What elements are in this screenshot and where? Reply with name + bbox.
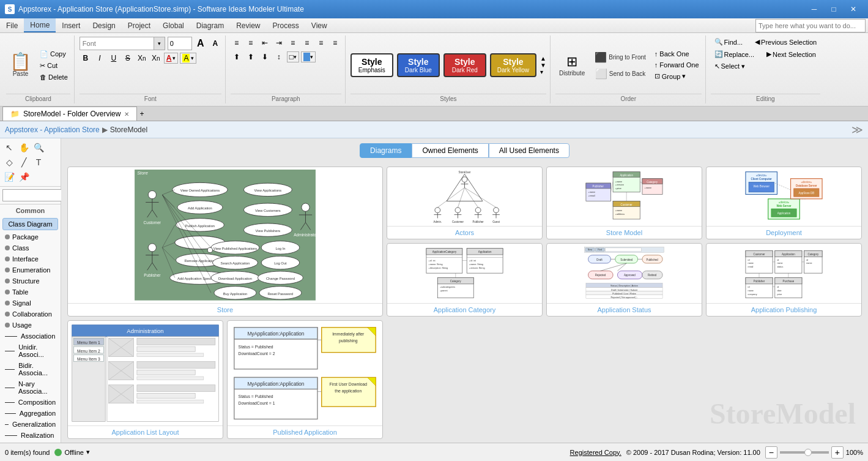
- offline-dropdown[interactable]: ▾: [86, 448, 90, 456]
- next-selection-button[interactable]: ▶ Next Selection: [763, 49, 820, 59]
- sidebar-item-composition[interactable]: Composition: [0, 397, 61, 408]
- delete-button[interactable]: 🗑 Delete: [37, 72, 70, 82]
- tab-diagrams[interactable]: Diagrams: [360, 143, 412, 158]
- breadcrumb-part2[interactable]: StoreModel: [110, 126, 147, 134]
- sidebar-item-association[interactable]: Association: [0, 331, 61, 342]
- menu-project[interactable]: Project: [122, 18, 157, 32]
- style-darkred-button[interactable]: Style Dark Red: [443, 53, 486, 77]
- menu-insert[interactable]: Insert: [56, 18, 86, 32]
- sidebar-item-collaboration[interactable]: Collaboration: [0, 309, 61, 320]
- registered-copy-link[interactable]: Registered Copy.: [570, 449, 621, 456]
- panel-toggle-icon[interactable]: ≫: [851, 123, 863, 137]
- align-middle-button[interactable]: ⬆: [245, 51, 257, 63]
- menu-review[interactable]: Review: [230, 18, 266, 32]
- sidebar-item-aggregation[interactable]: Aggregation: [0, 408, 61, 419]
- sidebar-item-class[interactable]: Class: [0, 242, 61, 253]
- menu-file[interactable]: File: [0, 18, 24, 32]
- select-button[interactable]: ↖ Select ▾: [711, 61, 749, 72]
- minimize-button[interactable]: ─: [804, 0, 824, 18]
- font-size-decrease-icon[interactable]: A: [209, 37, 221, 50]
- sidebar-item-usage[interactable]: Usage: [0, 320, 61, 331]
- font-family-arrow[interactable]: ▾: [154, 37, 165, 50]
- send-to-back-button[interactable]: ⬜ Send to Back: [591, 66, 650, 81]
- font-family-combo[interactable]: ▾: [80, 37, 165, 50]
- group-button[interactable]: ⊡ Group ▾: [652, 71, 702, 81]
- diagram-card-store-model[interactable]: Publisher +name +email Application +name…: [546, 167, 702, 239]
- align-bottom-button[interactable]: ⬇: [259, 51, 271, 63]
- align-justify-button[interactable]: ≡: [329, 37, 341, 49]
- zoom-thumb[interactable]: [804, 449, 812, 456]
- doc-tab-storemodel[interactable]: 📁 StoreModel - Folder Overview ✕: [2, 107, 137, 121]
- diagram-card-app-publishing[interactable]: Customer id name email Application id na…: [706, 243, 862, 316]
- align-left-button[interactable]: ≡: [287, 37, 299, 49]
- sidebar-item-enumeration[interactable]: Enumeration: [0, 264, 61, 275]
- highlight-button[interactable]: A▾: [180, 53, 196, 64]
- zoom-slider[interactable]: [780, 451, 829, 454]
- tab-owned-elements[interactable]: Owned Elements: [412, 143, 488, 158]
- menu-process[interactable]: Process: [267, 18, 305, 32]
- font-size-increase-icon[interactable]: A: [195, 37, 207, 50]
- shape-tool-icon[interactable]: ◇: [2, 156, 16, 169]
- window-controls[interactable]: ─ □ ✕: [804, 0, 863, 18]
- close-button[interactable]: ✕: [844, 0, 863, 18]
- font-family-input[interactable]: [80, 40, 154, 47]
- search-side[interactable]: 🔍: [0, 187, 61, 204]
- diagram-card-store[interactable]: Customer Publisher View Owned Applicatio…: [67, 167, 383, 317]
- sidebar-item-package[interactable]: Package: [0, 231, 61, 242]
- indent-increase-button[interactable]: ⇥: [273, 37, 285, 49]
- style-darkblue-button[interactable]: Style Dark Blue: [397, 53, 440, 77]
- font-color-button[interactable]: A▾: [164, 53, 179, 64]
- sidebar-item-signal[interactable]: Signal: [0, 298, 61, 309]
- sidebar-item-bidir-assoc[interactable]: Bidir. Associa...: [0, 360, 61, 378]
- previous-selection-button[interactable]: ◀ Previous Selection: [751, 37, 820, 47]
- diagram-card-deployment[interactable]: «device» Client Computer Web Browser «de…: [706, 167, 862, 239]
- sidebar-item-nary-assoc[interactable]: N-ary Associa...: [0, 378, 61, 397]
- zoom-out-button[interactable]: −: [765, 446, 777, 459]
- style-darkyellow-button[interactable]: Style Dark Yellow: [490, 53, 536, 77]
- help-search-input[interactable]: [755, 19, 866, 32]
- bold-button[interactable]: B: [80, 52, 92, 64]
- class-diagram-section[interactable]: Class Diagram: [2, 218, 58, 230]
- pin-tool-icon[interactable]: 📌: [17, 170, 31, 184]
- underline-button[interactable]: U: [108, 52, 120, 64]
- sidebar-item-table[interactable]: Table: [0, 287, 61, 298]
- strikethrough-button[interactable]: S: [122, 52, 134, 64]
- sidebar-item-interface[interactable]: Interface: [0, 253, 61, 264]
- superscript-button[interactable]: Xn: [150, 52, 162, 64]
- diagram-card-app-list[interactable]: Administration Menu Item 1 Menu Item 2 M…: [67, 320, 223, 439]
- menu-home[interactable]: Home: [24, 18, 56, 32]
- back-one-button[interactable]: ↑ Back One: [652, 49, 702, 59]
- fill-button[interactable]: ▾: [301, 51, 316, 62]
- list-bullet-button[interactable]: ≡: [231, 37, 243, 49]
- sidebar-item-structure[interactable]: Structure: [0, 275, 61, 287]
- select-tool-icon[interactable]: ↖: [2, 141, 16, 154]
- styles-scroll[interactable]: ▲ ▼ ▾: [540, 55, 546, 75]
- diagram-card-pub-app[interactable]: MyApplication:Application Status = Publi…: [227, 320, 383, 439]
- sidebar-item-realization[interactable]: Realization: [0, 430, 61, 441]
- replace-button[interactable]: 🔄 Replace...: [711, 49, 759, 59]
- list-numbered-button[interactable]: ≡: [245, 37, 257, 49]
- align-right-button[interactable]: ≡: [315, 37, 327, 49]
- sidebar-item-unidir-assoc[interactable]: Unidir. Associ...: [0, 342, 61, 360]
- hand-tool-icon[interactable]: ✋: [17, 141, 31, 154]
- align-top-button[interactable]: ⬆: [231, 51, 243, 63]
- italic-button[interactable]: I: [94, 52, 106, 64]
- maximize-button[interactable]: □: [824, 0, 844, 18]
- menu-diagram[interactable]: Diagram: [190, 18, 230, 32]
- tab-all-used-elements[interactable]: All Used Elements: [489, 143, 569, 158]
- line-tool-icon[interactable]: ╱: [17, 156, 31, 169]
- breadcrumb-part1[interactable]: Appstorex - Application Store: [5, 126, 100, 134]
- sidebar-item-dependency[interactable]: Dependency: [0, 441, 61, 443]
- tab-close-button[interactable]: ✕: [124, 111, 129, 118]
- subscript-button[interactable]: Xn: [136, 52, 148, 64]
- distribute-button[interactable]: ⊞ Distribute: [555, 52, 588, 78]
- diagram-card-app-category[interactable]: ApplicationCategory +id: int +name: Stri…: [387, 243, 543, 316]
- font-size-box[interactable]: 0: [168, 37, 192, 50]
- new-tab-button[interactable]: +: [137, 107, 146, 121]
- indent-decrease-button[interactable]: ⇤: [259, 37, 271, 49]
- border-button[interactable]: □▾: [287, 51, 299, 62]
- menu-view[interactable]: View: [305, 18, 333, 32]
- menu-design[interactable]: Design: [86, 18, 121, 32]
- style-emphasis-button[interactable]: Style Emphasis: [351, 53, 393, 77]
- align-center-button[interactable]: ≡: [301, 37, 313, 49]
